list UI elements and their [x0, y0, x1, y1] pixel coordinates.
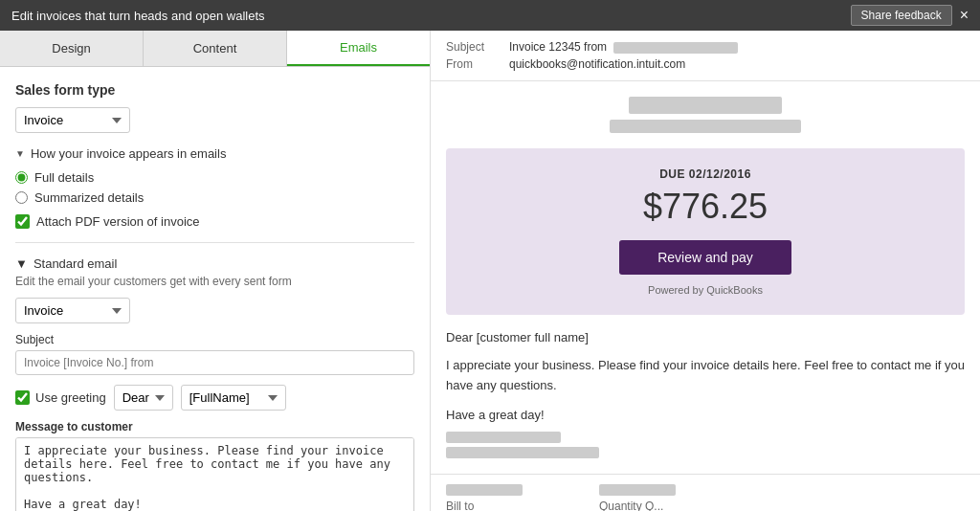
summarized-details-radio[interactable] — [15, 191, 28, 204]
full-details-radio[interactable] — [15, 171, 28, 184]
fullname-select[interactable]: [FullName] [FirstName] [LastName] — [181, 385, 286, 411]
standard-email-label: Standard email — [33, 256, 117, 271]
subject-label: Subject — [15, 333, 414, 346]
message-group: Message to customer I appreciate your bu… — [15, 420, 414, 511]
tab-content[interactable]: Content — [144, 31, 287, 66]
left-panel: Design Content Emails Sales form type In… — [0, 31, 431, 511]
email-greeting: Dear [customer full name] — [446, 330, 965, 344]
email-footer-hint: Bill to Quantity Q... — [431, 474, 980, 511]
appearance-radio-group: Full details Summarized details — [15, 170, 414, 205]
tab-design[interactable]: Design — [0, 31, 144, 66]
full-details-option[interactable]: Full details — [15, 170, 414, 185]
from-row: From quickbooks@notification.intuit.com — [446, 57, 965, 71]
email-body: Dear [customer full name] I appreciate y… — [431, 315, 980, 474]
collapse-arrow-icon: ▼ — [15, 148, 25, 159]
footer-col2-label: Quantity Q... — [599, 500, 663, 511]
footer-col-2: Quantity Q... — [599, 484, 676, 511]
company-name-blurred — [629, 97, 782, 114]
message-label: Message to customer — [15, 420, 414, 433]
due-amount: $776.25 — [465, 187, 946, 227]
use-greeting-label: Use greeting — [35, 390, 106, 405]
attach-pdf-option[interactable]: Attach PDF version of invoice — [15, 214, 414, 229]
title-bar-actions: Share feedback × — [851, 5, 969, 26]
summarized-details-option[interactable]: Summarized details — [15, 190, 414, 205]
email-meta: Subject Invoice 12345 from From quickboo… — [431, 31, 980, 81]
footer-col1-blurred — [446, 484, 523, 496]
invoice-appearance-header[interactable]: ▼ How your invoice appears in emails — [15, 146, 414, 161]
due-date-label: DUE 02/12/2016 — [465, 167, 946, 181]
full-details-label: Full details — [34, 170, 94, 185]
email-message: I appreciate your business. Please find … — [446, 356, 965, 396]
close-button[interactable]: × — [960, 8, 969, 23]
subject-blurred — [613, 42, 738, 54]
standard-email-header[interactable]: ▼ Standard email — [15, 256, 414, 271]
invoice-header — [431, 81, 980, 148]
subject-meta-label: Subject — [446, 40, 494, 54]
invoice-appearance-label: How your invoice appears in emails — [31, 146, 226, 161]
footer-col-1: Bill to — [446, 484, 523, 511]
email-closing: Have a great day! — [446, 408, 965, 422]
standard-email-form-type-select[interactable]: Invoice Estimate — [15, 298, 130, 323]
tabs: Design Content Emails — [0, 31, 430, 67]
sales-form-type-label: Sales form type — [15, 82, 414, 98]
sender-name-blurred — [446, 432, 561, 443]
standard-email-arrow-icon: ▼ — [15, 256, 28, 271]
summarized-details-label: Summarized details — [34, 190, 144, 205]
subject-row: Subject Invoice 12345 from — [446, 40, 965, 54]
title-bar: Edit invoices that turn heads and open w… — [0, 0, 980, 31]
sender-sub-blurred — [446, 447, 599, 458]
message-textarea[interactable]: I appreciate your business. Please find … — [15, 437, 414, 511]
subject-group: Subject — [15, 333, 414, 375]
from-meta-value: quickbooks@notification.intuit.com — [509, 57, 685, 71]
divider-1 — [15, 242, 414, 243]
salutation-select[interactable]: Dear Hello Hi — [114, 385, 173, 411]
standard-email-desc: Edit the email your customers get with e… — [15, 275, 414, 288]
left-content: Sales form type Invoice Estimate Receipt… — [0, 67, 430, 511]
powered-by-label: Powered by QuickBooks — [465, 284, 946, 296]
attach-pdf-label: Attach PDF version of invoice — [36, 214, 200, 229]
subject-input[interactable] — [15, 350, 414, 375]
use-greeting-option[interactable]: Use greeting — [15, 390, 106, 405]
tab-emails[interactable]: Emails — [287, 31, 430, 66]
review-pay-button[interactable]: Review and pay — [619, 240, 791, 275]
right-panel: Subject Invoice 12345 from From quickboo… — [431, 31, 980, 511]
sales-form-type-select[interactable]: Invoice Estimate Receipt — [15, 107, 130, 133]
due-box: DUE 02/12/2016 $776.25 Review and pay Po… — [446, 148, 965, 315]
company-sub-blurred — [610, 120, 801, 133]
footer-col1-label: Bill to — [446, 500, 474, 511]
greeting-row: Use greeting Dear Hello Hi [FullName] [F… — [15, 385, 414, 411]
email-preview: Subject Invoice 12345 from From quickboo… — [431, 31, 980, 511]
footer-col2-blurred — [599, 484, 676, 496]
window-title: Edit invoices that turn heads and open w… — [11, 9, 265, 23]
use-greeting-checkbox[interactable] — [15, 390, 30, 405]
from-meta-label: From — [446, 57, 494, 71]
attach-pdf-checkbox[interactable] — [15, 214, 30, 229]
share-feedback-button[interactable]: Share feedback — [851, 5, 952, 26]
subject-meta-value: Invoice 12345 from — [509, 40, 738, 54]
main-layout: Design Content Emails Sales form type In… — [0, 31, 980, 511]
